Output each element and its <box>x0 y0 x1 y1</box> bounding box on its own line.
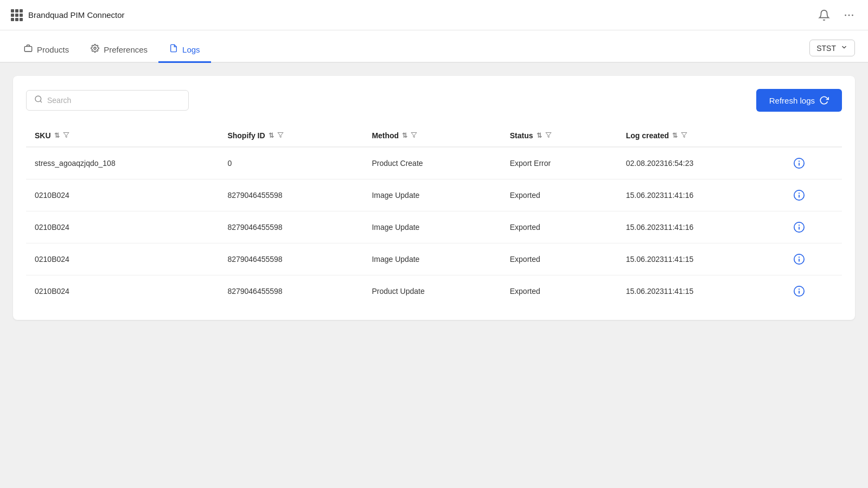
cell-log_created-0: 02.08.202316:54:23 <box>617 147 784 179</box>
cell-sku-0: stress_agoaqzjqdo_108 <box>26 147 219 179</box>
method-filter-icon[interactable] <box>411 132 417 140</box>
svg-line-6 <box>40 101 42 102</box>
cell-sku-4: 0210B024 <box>26 275 219 307</box>
sku-sort-icon[interactable]: ⇅ <box>54 132 60 139</box>
main-content: Refresh logs SKU ⇅ <box>0 63 868 488</box>
log-created-sort-icon[interactable]: ⇅ <box>672 132 678 139</box>
cell-status-4: Exported <box>501 275 617 307</box>
tab-products[interactable]: Products <box>13 44 80 63</box>
cell-method-3: Image Update <box>363 243 501 275</box>
table-row: 0210B0248279046455598Product UpdateExpor… <box>26 275 842 307</box>
svg-marker-9 <box>411 132 417 137</box>
status-filter-icon[interactable] <box>545 132 552 140</box>
document-icon <box>169 44 178 55</box>
cell-shopify_id-4: 8279046455598 <box>219 275 363 307</box>
cell-status-3: Exported <box>501 243 617 275</box>
svg-marker-8 <box>278 132 283 137</box>
logs-card: Refresh logs SKU ⇅ <box>13 76 855 320</box>
cell-shopify_id-2: 8279046455598 <box>219 211 363 243</box>
col-shopify-id: Shopify ID ⇅ <box>219 125 363 147</box>
refresh-logs-button[interactable]: Refresh logs <box>756 89 842 112</box>
info-button[interactable] <box>793 189 805 201</box>
briefcase-icon <box>24 44 33 55</box>
refresh-icon <box>819 95 829 105</box>
col-sku: SKU ⇅ <box>26 125 219 147</box>
nav-bar: Products Preferences Logs STST <box>0 30 868 63</box>
col-log-created: Log created ⇅ <box>617 125 784 147</box>
cell-action-2 <box>784 211 842 243</box>
cell-log_created-3: 15.06.202311:41:15 <box>617 243 784 275</box>
info-button[interactable] <box>793 285 805 297</box>
cell-method-2: Image Update <box>363 211 501 243</box>
app-title: Brandquad PIM Connector <box>28 10 125 20</box>
svg-marker-7 <box>63 132 69 137</box>
cell-method-4: Product Update <box>363 275 501 307</box>
svg-marker-11 <box>681 132 687 137</box>
cell-method-0: Product Create <box>363 147 501 179</box>
method-sort-icon[interactable]: ⇅ <box>402 132 407 139</box>
col-status: Status ⇅ <box>501 125 617 147</box>
svg-point-0 <box>845 14 846 16</box>
search-icon <box>34 95 43 106</box>
table-body: stress_agoaqzjqdo_1080Product CreateExpo… <box>26 147 842 307</box>
logs-table: SKU ⇅ Shopify ID ⇅ <box>26 125 842 307</box>
tab-preferences[interactable]: Preferences <box>80 44 158 63</box>
store-selector[interactable]: STST <box>809 40 855 56</box>
store-selector-value: STST <box>816 44 836 53</box>
cell-sku-1: 0210B024 <box>26 179 219 211</box>
info-button[interactable] <box>793 157 805 169</box>
topbar-right <box>816 7 857 23</box>
toolbar: Refresh logs <box>26 89 842 112</box>
search-box[interactable] <box>26 90 189 111</box>
topbar-left: Brandquad PIM Connector <box>11 9 125 21</box>
col-actions <box>784 125 842 147</box>
svg-point-5 <box>35 96 41 102</box>
cell-status-1: Exported <box>501 179 617 211</box>
table-row: 0210B0248279046455598Image UpdateExporte… <box>26 179 842 211</box>
table-row: stress_agoaqzjqdo_1080Product CreateExpo… <box>26 147 842 179</box>
tab-preferences-label: Preferences <box>104 45 148 54</box>
svg-point-1 <box>848 14 850 16</box>
status-sort-icon[interactable]: ⇅ <box>537 132 542 139</box>
chevron-down-icon <box>840 43 848 53</box>
tab-logs-label: Logs <box>182 45 200 54</box>
topbar: Brandquad PIM Connector <box>0 0 868 30</box>
search-input[interactable] <box>47 96 181 105</box>
info-button[interactable] <box>793 221 805 233</box>
table-row: 0210B0248279046455598Image UpdateExporte… <box>26 211 842 243</box>
tab-products-label: Products <box>37 45 69 54</box>
app-grid-icon <box>11 9 23 21</box>
cell-log_created-2: 15.06.202311:41:16 <box>617 211 784 243</box>
cell-shopify_id-3: 8279046455598 <box>219 243 363 275</box>
cell-action-4 <box>784 275 842 307</box>
shopify-id-filter-icon[interactable] <box>277 132 284 140</box>
cell-sku-3: 0210B024 <box>26 243 219 275</box>
col-method: Method ⇅ <box>363 125 501 147</box>
shopify-id-sort-icon[interactable]: ⇅ <box>269 132 274 139</box>
cell-method-1: Image Update <box>363 179 501 211</box>
log-created-filter-icon[interactable] <box>681 132 687 140</box>
cell-sku-2: 0210B024 <box>26 211 219 243</box>
cell-action-3 <box>784 243 842 275</box>
info-button[interactable] <box>793 253 805 265</box>
cell-shopify_id-1: 8279046455598 <box>219 179 363 211</box>
refresh-logs-label: Refresh logs <box>769 96 815 105</box>
cell-log_created-4: 15.06.202311:41:15 <box>617 275 784 307</box>
nav-right: STST <box>809 40 855 62</box>
cell-status-0: Export Error <box>501 147 617 179</box>
sku-filter-icon[interactable] <box>63 132 69 140</box>
cell-shopify_id-0: 0 <box>219 147 363 179</box>
svg-marker-10 <box>546 132 551 137</box>
cell-status-2: Exported <box>501 211 617 243</box>
cell-log_created-1: 15.06.202311:41:16 <box>617 179 784 211</box>
cell-action-0 <box>784 147 842 179</box>
notifications-button[interactable] <box>816 7 832 23</box>
svg-rect-3 <box>24 47 31 52</box>
more-options-button[interactable] <box>841 7 857 23</box>
gear-icon <box>91 44 99 55</box>
svg-point-4 <box>94 47 96 49</box>
table-row: 0210B0248279046455598Image UpdateExporte… <box>26 243 842 275</box>
table-header: SKU ⇅ Shopify ID ⇅ <box>26 125 842 147</box>
tab-logs[interactable]: Logs <box>158 44 211 63</box>
cell-action-1 <box>784 179 842 211</box>
